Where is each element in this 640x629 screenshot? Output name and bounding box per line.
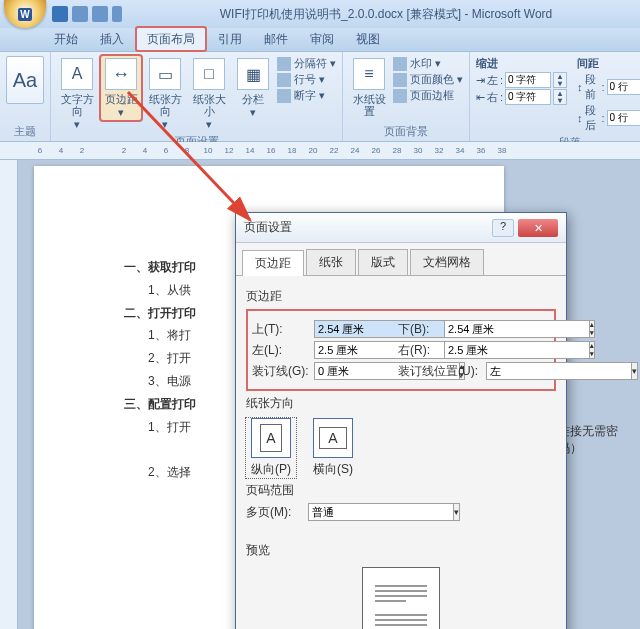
line-numbers-item[interactable]: 行号 ▾ — [277, 72, 336, 87]
tab-references[interactable]: 引用 — [208, 28, 252, 51]
dialog-title: 页面设置 — [244, 219, 492, 236]
label-bottom: 下(B): — [398, 321, 438, 338]
pagecolor-icon — [393, 73, 407, 87]
space-after[interactable]: ↕ 段后: ▴▾ — [577, 103, 640, 133]
indent-heading: 缩进 — [476, 56, 567, 71]
group-page-bg: 水纸设置 水印 ▾ 页面颜色 ▾ 页面边框 页面背景 — [343, 52, 470, 141]
indent-left[interactable]: ⇥ 左: ▴▾ — [476, 72, 567, 88]
group-label-bg: 页面背景 — [384, 122, 428, 139]
doc-h2: 二、打开打印 — [124, 306, 196, 320]
label-top: 上(T): — [252, 321, 308, 338]
watermark-settings-button[interactable]: 水纸设置 — [349, 56, 389, 119]
size-button[interactable]: 纸张大小▾ — [189, 56, 229, 132]
tab-insert[interactable]: 插入 — [90, 28, 134, 51]
dialog-close-button[interactable]: ✕ — [518, 219, 558, 237]
group-label-theme: 主题 — [14, 122, 36, 139]
qat-dropdown-icon[interactable] — [112, 6, 122, 22]
hyphen-icon — [277, 89, 291, 103]
label-left: 左(L): — [252, 342, 308, 359]
quick-access-toolbar — [52, 6, 122, 22]
label-right: 右(R): — [398, 342, 438, 359]
tab-review[interactable]: 审阅 — [300, 28, 344, 51]
label-multi: 多页(M): — [246, 504, 302, 521]
space-before[interactable]: ↕ 段前: ▴▾ — [577, 72, 640, 102]
page-color-item[interactable]: 页面颜色 ▾ — [393, 72, 463, 87]
office-button[interactable]: W — [4, 0, 46, 28]
orientation-button[interactable]: 纸张方向▾ — [145, 56, 185, 132]
dialog-tab-paper[interactable]: 纸张 — [306, 249, 356, 275]
border-icon — [393, 89, 407, 103]
watermark-icon — [393, 57, 407, 71]
breaks-item[interactable]: 分隔符 ▾ — [277, 56, 336, 71]
orient-landscape[interactable]: A横向(S) — [308, 418, 358, 478]
tab-mailings[interactable]: 邮件 — [254, 28, 298, 51]
ribbon-tabs: 开始 插入 页面布局 引用 邮件 审阅 视图 — [0, 28, 640, 52]
doc-h1: 一、获取打印 — [124, 260, 196, 274]
save-icon[interactable] — [52, 6, 68, 22]
undo-icon[interactable] — [72, 6, 88, 22]
group-theme: Aa 主题 — [0, 52, 51, 141]
dialog-body: 页边距 上(T): ▴▾ 下(B): ▴▾ 左(L): ▴▾ 右(R): ▴▾ … — [236, 276, 566, 629]
section-preview: 预览 — [246, 542, 556, 559]
input-gutter[interactable]: ▴▾ — [314, 362, 392, 380]
page-border-item[interactable]: 页面边框 — [393, 88, 463, 103]
window-title: WIFI打印机使用说明书_2.0.0.docx [兼容模式] - Microso… — [132, 6, 640, 23]
input-top[interactable]: ▴▾ — [314, 320, 392, 338]
indent-right[interactable]: ⇤ 右: ▴▾ — [476, 89, 567, 105]
watermark-item[interactable]: 水印 ▾ — [393, 56, 463, 71]
input-bottom[interactable]: ▴▾ — [444, 320, 522, 338]
vertical-ruler[interactable] — [0, 160, 18, 629]
tab-page-layout[interactable]: 页面布局 — [136, 27, 206, 51]
dialog-tabs: 页边距 纸张 版式 文档网格 — [236, 243, 566, 276]
tab-view[interactable]: 视图 — [346, 28, 390, 51]
section-margin: 页边距 — [246, 288, 556, 305]
orient-portrait[interactable]: A纵向(P) — [246, 418, 296, 478]
preview-box — [362, 567, 440, 629]
page-setup-dialog: 页面设置 ? ✕ 页边距 纸张 版式 文档网格 页边距 上(T): ▴▾ 下(B… — [235, 212, 567, 629]
combo-multi[interactable]: ▾ — [308, 503, 408, 521]
breaks-icon — [277, 57, 291, 71]
input-left[interactable]: ▴▾ — [314, 341, 392, 359]
section-range: 页码范围 — [246, 482, 556, 499]
hyphenation-item[interactable]: 断字 ▾ — [277, 88, 336, 103]
titlebar: W WIFI打印机使用说明书_2.0.0.docx [兼容模式] - Micro… — [0, 0, 640, 28]
combo-gutter-pos[interactable]: ▾ — [486, 362, 546, 380]
horizontal-ruler[interactable]: 6422468101214161820222426283032343638 — [0, 142, 640, 160]
group-page-setup: 文字方向▾ 页边距▾ 纸张方向▾ 纸张大小▾ 分栏▾ 分隔符 ▾ 行号 ▾ 断字… — [51, 52, 343, 141]
dialog-titlebar[interactable]: 页面设置 ? ✕ — [236, 213, 566, 243]
margin-highlight-box: 上(T): ▴▾ 下(B): ▴▾ 左(L): ▴▾ 右(R): ▴▾ 装订线(… — [246, 309, 556, 391]
dialog-tab-layout[interactable]: 版式 — [358, 249, 408, 275]
label-gutter: 装订线(G): — [252, 363, 308, 380]
text-direction-button[interactable]: 文字方向▾ — [57, 56, 97, 132]
ribbon: Aa 主题 文字方向▾ 页边距▾ 纸张方向▾ 纸张大小▾ 分栏▾ 分隔符 ▾ 行… — [0, 52, 640, 142]
dialog-tab-grid[interactable]: 文档网格 — [410, 249, 484, 275]
dialog-help-button[interactable]: ? — [492, 219, 514, 237]
spacing-heading: 间距 — [577, 56, 640, 71]
section-orient: 纸张方向 — [246, 395, 556, 412]
input-right[interactable]: ▴▾ — [444, 341, 522, 359]
label-gutter-pos: 装订线位置(U): — [398, 363, 480, 380]
tab-home[interactable]: 开始 — [44, 28, 88, 51]
doc-h3: 三、配置打印 — [124, 397, 196, 411]
redo-icon[interactable] — [92, 6, 108, 22]
dialog-tab-margin[interactable]: 页边距 — [242, 250, 304, 276]
doc-side-text: 连接无需密码） — [558, 423, 640, 457]
linenum-icon — [277, 73, 291, 87]
theme-button[interactable]: Aa — [6, 56, 44, 104]
columns-button[interactable]: 分栏▾ — [233, 56, 273, 120]
group-paragraph: 缩进 ⇥ 左: ▴▾ ⇤ 右: ▴▾ 间距 ↕ 段前: ▴▾ ↕ 段后: ▴▾ … — [470, 52, 640, 141]
margins-button[interactable]: 页边距▾ — [101, 56, 141, 120]
